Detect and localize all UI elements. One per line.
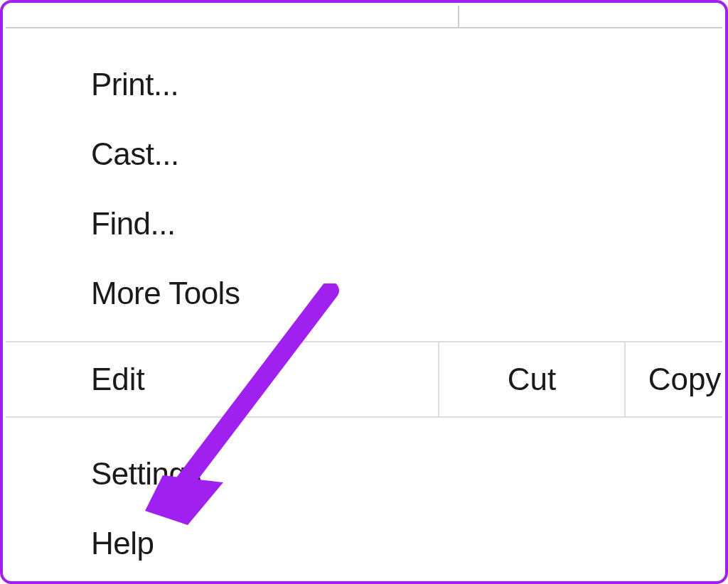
top-right-divider — [458, 6, 459, 28]
menu-item-print[interactable]: Print... — [6, 50, 722, 119]
menu-group-bottom: Settings Help — [6, 418, 722, 578]
menu-item-edit-label: Edit — [6, 362, 438, 397]
edit-action-cut[interactable]: Cut — [439, 342, 624, 416]
menu-item-more-tools[interactable]: More Tools — [6, 259, 722, 328]
menu-item-cast[interactable]: Cast... — [6, 119, 722, 189]
menu-item-edit-row: Edit Cut Copy — [6, 342, 722, 418]
menu-item-settings[interactable]: Settings — [6, 439, 722, 509]
menu-item-help[interactable]: Help — [6, 509, 722, 578]
menu-item-find[interactable]: Find... — [6, 189, 722, 259]
top-divider — [6, 6, 722, 28]
menu-panel: Print... Cast... Find... More Tools Edit… — [0, 0, 728, 584]
edit-action-copy[interactable]: Copy — [626, 342, 722, 416]
menu-group-top: Print... Cast... Find... More Tools — [6, 28, 722, 342]
menu-list: Print... Cast... Find... More Tools Edit… — [6, 28, 722, 578]
